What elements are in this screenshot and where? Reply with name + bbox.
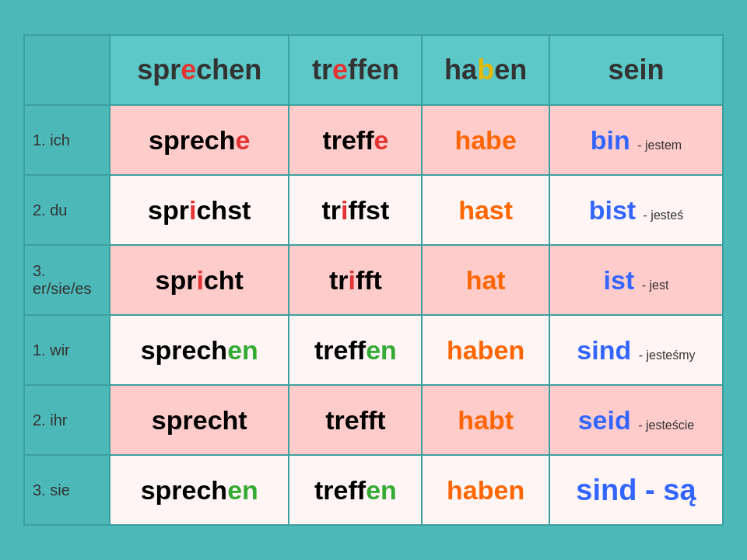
header-row: sprechen treffen haben sein	[24, 35, 723, 105]
sprechen-spr: spr	[137, 54, 181, 86]
du-sprechen: sprichst	[110, 175, 289, 245]
ich-e-red: e	[236, 125, 251, 155]
du-i-red: i	[189, 195, 196, 225]
du-sein-sub: - jesteś	[644, 208, 684, 222]
du-haben: hast	[422, 175, 549, 245]
row-ich: 1. ich spreche treffe habe bin - jestem	[24, 105, 723, 175]
sie-treffen-en: en	[366, 475, 397, 505]
header-haben: haben	[422, 35, 549, 105]
ihr-sprechen: sprecht	[110, 385, 289, 455]
row-wir: 1. wir sprechen treffen haben sind - jes…	[24, 315, 723, 385]
wir-treffen: treffen	[289, 315, 422, 385]
du-sein: bist - jesteś	[549, 175, 723, 245]
er-sprechen: spricht	[110, 245, 289, 315]
wir-sein-sub: - jesteśmy	[639, 348, 696, 362]
pronoun-sie: 3. sie	[24, 455, 110, 525]
wir-sprechen-en: en	[227, 335, 258, 365]
pronoun-wir: 1. wir	[24, 315, 110, 385]
sie-sein: sind - są	[549, 455, 723, 525]
er-treffen: trifft	[289, 245, 422, 315]
row-er: 3. er/sie/es spricht trifft hat ist - je…	[24, 245, 723, 315]
sprechen-chen: chen	[196, 54, 261, 86]
sie-haben-en: en	[494, 475, 525, 505]
sprechen-e-highlight: e	[181, 54, 196, 86]
row-ihr: 2. ihr sprecht trefft habt seid - jesteś…	[24, 385, 723, 455]
wir-haben: haben	[422, 315, 549, 385]
du-treffen-i-red: i	[341, 195, 348, 225]
conjugation-table: sprechen treffen haben sein 1. ich sprec…	[23, 34, 724, 526]
header-sein: sein	[549, 35, 723, 105]
ich-haben: habe	[422, 105, 549, 175]
du-sein-word: bist	[589, 195, 636, 225]
treffen-ffen: ffen	[348, 54, 399, 86]
ihr-sein-word: seid	[578, 405, 631, 435]
haben-ha: ha	[444, 54, 477, 86]
haben-b-highlight: b	[477, 54, 494, 86]
wir-haben-en: en	[494, 335, 525, 365]
treffen-e-highlight: e	[332, 54, 348, 86]
ihr-haben: habt	[422, 385, 549, 455]
ich-sein: bin - jestem	[549, 105, 723, 175]
ihr-treffen: trefft	[289, 385, 422, 455]
wir-treffen-en: en	[366, 335, 397, 365]
ich-treffe-e: e	[374, 125, 389, 155]
wir-sein: sind - jesteśmy	[549, 315, 723, 385]
row-sie: 3. sie sprechen treffen haben sind - są	[24, 455, 723, 525]
pronoun-du: 2. du	[24, 175, 110, 245]
er-haben: hat	[422, 245, 549, 315]
er-i-red: i	[196, 265, 203, 295]
ihr-sein: seid - jesteście	[549, 385, 723, 455]
er-sein-word: ist	[604, 265, 635, 295]
pronoun-ihr: 2. ihr	[24, 385, 110, 455]
header-empty	[24, 35, 110, 105]
er-treffen-i-red: i	[348, 265, 355, 295]
header-sprechen: sprechen	[110, 35, 289, 105]
er-sein-sub: - jest	[642, 278, 669, 292]
ich-sein-sub: - jestem	[637, 138, 682, 152]
sprich-spr: sprech	[149, 125, 236, 155]
ich-sprechen: spreche	[110, 105, 289, 175]
ich-treffen: treffe	[289, 105, 422, 175]
ich-sein-word: bin	[591, 125, 630, 155]
du-treffen: triffst	[289, 175, 422, 245]
pronoun-ich: 1. ich	[24, 105, 110, 175]
pronoun-er: 3. er/sie/es	[24, 245, 110, 315]
sie-sein-word: sind - są	[576, 474, 696, 506]
haben-en: en	[494, 54, 527, 86]
row-du: 2. du sprichst triffst hast bist - jeste…	[24, 175, 723, 245]
sie-sprechen-en: en	[227, 475, 258, 505]
header-treffen: treffen	[289, 35, 422, 105]
sie-haben: haben	[422, 455, 549, 525]
wir-sprechen: sprechen	[110, 315, 289, 385]
sie-treffen: treffen	[289, 455, 422, 525]
ihr-sein-sub: - jesteście	[638, 418, 694, 432]
sie-sprechen: sprechen	[110, 455, 289, 525]
er-sein: ist - jest	[549, 245, 723, 315]
treffen-tr: tr	[312, 54, 332, 86]
wir-sein-word: sind	[577, 335, 631, 365]
